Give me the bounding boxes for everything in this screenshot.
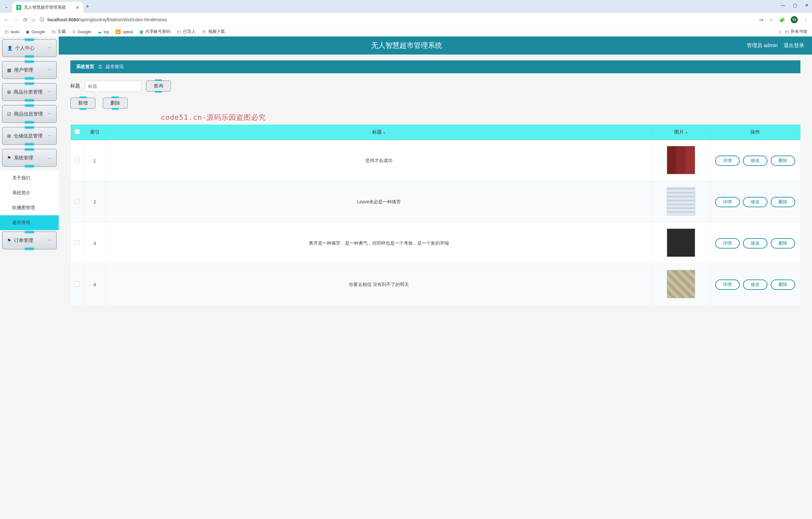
- edit-button[interactable]: 修改: [743, 197, 767, 207]
- flag-icon: ⚑: [7, 155, 11, 161]
- app-title: 无人智慧超市管理系统: [66, 41, 747, 50]
- bookmark-item[interactable]: ☁txy: [97, 29, 109, 34]
- close-icon[interactable]: ✕: [76, 5, 79, 10]
- bookmark-item[interactable]: 🗀宝藏: [51, 29, 66, 34]
- bookmark-item[interactable]: 🗀视频下载: [202, 29, 225, 34]
- folder-icon: 🗀: [785, 29, 789, 34]
- app-header: 无人智慧超市管理系统 管理员 admin 退出登录: [59, 36, 812, 55]
- back-icon[interactable]: ←: [4, 17, 9, 23]
- breadcrumb-sep-icon: ☰: [98, 64, 102, 69]
- row-delete-button[interactable]: 删除: [771, 155, 795, 166]
- col-image[interactable]: 图片◆: [652, 124, 710, 140]
- detail-button[interactable]: 详情: [715, 197, 740, 207]
- delete-button[interactable]: 删除: [103, 97, 128, 109]
- password-key-icon[interactable]: ⊶: [759, 17, 763, 22]
- cloud-icon: ☁: [97, 29, 102, 34]
- row-image: [667, 187, 695, 215]
- bookmark-bar: 🗀tools ◉Google 🗀宝藏 GGoogle ☁txy 🔼uplod ▦…: [0, 26, 812, 36]
- search-row: 标题 查询: [70, 80, 801, 92]
- menu-icon[interactable]: ⋮: [804, 17, 808, 22]
- sidebar-item-orders[interactable]: ⚑订单管理﹀: [2, 231, 57, 250]
- watermark: code51.cn-源码乐园盗图必究: [161, 113, 801, 122]
- row-checkbox[interactable]: [75, 240, 80, 245]
- sidebar-item-personal[interactable]: 👤个人中心﹀: [2, 39, 57, 57]
- all-bookmarks[interactable]: 🗀所有书签: [785, 29, 808, 34]
- bookmark-item[interactable]: 🗀tools: [4, 29, 19, 34]
- folder-icon: 🗀: [202, 29, 206, 34]
- new-tab-button[interactable]: +: [86, 3, 89, 10]
- bookmark-item[interactable]: 🔼uplod: [116, 29, 133, 34]
- star-icon[interactable]: ☆: [770, 17, 774, 22]
- address-bar: ← → ⟳ ⌂ ⓘ localhost:8080/springbootniyfl…: [0, 13, 812, 26]
- row-image: [667, 146, 695, 174]
- submenu-news[interactable]: 超市资讯: [0, 215, 59, 230]
- folder-icon: 🗀: [4, 29, 9, 34]
- maximize-icon[interactable]: ▢: [793, 3, 797, 8]
- close-window-icon[interactable]: ✕: [805, 3, 809, 8]
- row-checkbox[interactable]: [75, 157, 80, 163]
- sidebar-item-category[interactable]: ⊞商品分类管理﹀: [2, 83, 57, 101]
- edit-button[interactable]: 修改: [743, 238, 767, 249]
- info-icon[interactable]: ⓘ: [40, 17, 44, 23]
- google-icon: ◉: [26, 29, 29, 34]
- row-checkbox[interactable]: [75, 199, 80, 204]
- row-delete-button[interactable]: 删除: [771, 197, 795, 207]
- submenu-intro[interactable]: 系统简介: [0, 185, 59, 200]
- bookmark-item[interactable]: ◉Google: [26, 29, 45, 34]
- submenu-about[interactable]: 关于我们: [0, 171, 59, 185]
- bookmark-item[interactable]: ▦共享账号密码: [139, 29, 170, 34]
- bookmark-item[interactable]: 🗀已导入: [177, 29, 196, 34]
- row-index: 2: [84, 181, 106, 223]
- sidebar-item-system[interactable]: ⚑系统管理︿: [2, 149, 57, 167]
- col-title[interactable]: 标题◆: [106, 124, 652, 140]
- bookmark-item[interactable]: GGoogle: [72, 29, 91, 34]
- sidebar-item-product[interactable]: ☑商品信息管理﹀: [2, 105, 57, 123]
- profile-icon[interactable]: W: [791, 16, 798, 23]
- row-delete-button[interactable]: 删除: [771, 280, 795, 290]
- chevron-up-icon: ︿: [48, 155, 52, 161]
- flag-icon: ⚑: [7, 238, 11, 243]
- browser-tab[interactable]: V 无人智慧超市管理系统 ✕: [12, 2, 83, 13]
- url-box[interactable]: ⓘ localhost:8080/springbootniyfl/admin/d…: [40, 17, 755, 23]
- search-button[interactable]: 查询: [146, 80, 171, 92]
- logout-button[interactable]: 退出登录: [784, 42, 804, 49]
- edit-button[interactable]: 修改: [743, 280, 767, 290]
- edit-button[interactable]: 修改: [743, 155, 767, 166]
- sidebar: 👤个人中心﹀ ▦用户管理﹀ ⊞商品分类管理﹀ ☑商品信息管理﹀ ⊞仓储信息管理﹀…: [0, 36, 59, 519]
- reload-icon[interactable]: ⟳: [23, 17, 27, 23]
- breadcrumb-home[interactable]: 系统首页: [76, 64, 94, 70]
- sidebar-item-storage[interactable]: ⊞仓储信息管理﹀: [2, 127, 57, 145]
- tab-dropdown[interactable]: ⌄: [3, 3, 10, 10]
- folder-icon: 🗀: [51, 29, 56, 34]
- sidebar-item-users[interactable]: ▦用户管理﹀: [2, 61, 57, 79]
- breadcrumb: 系统首页 ☰ 超市资讯: [70, 60, 801, 73]
- grid4-icon: ⊞: [7, 89, 11, 94]
- submenu-carousel[interactable]: 轮播图管理: [0, 200, 59, 215]
- folder-icon: 🗀: [177, 29, 181, 34]
- chevron-down-icon: ﹀: [48, 238, 52, 243]
- add-button[interactable]: 新增: [70, 97, 95, 109]
- main: 无人智慧超市管理系统 管理员 admin 退出登录 系统首页 ☰ 超市资讯 标题…: [59, 36, 812, 519]
- sort-icon: ◆: [383, 131, 386, 134]
- sort-icon: ◆: [685, 131, 688, 134]
- row-checkbox[interactable]: [75, 282, 80, 287]
- forward-icon[interactable]: →: [13, 17, 19, 23]
- select-all-checkbox[interactable]: [75, 129, 80, 134]
- app: 👤个人中心﹀ ▦用户管理﹀ ⊞商品分类管理﹀ ☑商品信息管理﹀ ⊞仓储信息管理﹀…: [0, 36, 812, 519]
- vue-favicon: V: [16, 5, 21, 10]
- detail-button[interactable]: 详情: [715, 238, 740, 249]
- extensions-icon[interactable]: 🧩: [779, 17, 785, 22]
- search-input[interactable]: [85, 81, 141, 92]
- action-row: 新增 删除: [70, 97, 801, 109]
- minimize-icon[interactable]: —: [781, 3, 785, 8]
- col-index[interactable]: 索引: [84, 124, 106, 140]
- detail-button[interactable]: 详情: [715, 155, 740, 166]
- data-table: 索引 标题◆ 图片◆ 操作 1坚持才会成功详情修改删除2Leave未必是一种痛苦…: [70, 124, 801, 305]
- google-icon: G: [72, 29, 76, 34]
- row-delete-button[interactable]: 删除: [771, 238, 795, 249]
- detail-button[interactable]: 详情: [715, 280, 740, 290]
- chevron-down-icon: ﹀: [48, 67, 52, 73]
- row-index: 4: [84, 264, 106, 305]
- home-icon[interactable]: ⌂: [32, 17, 35, 23]
- chevron-down-icon: ﹀: [48, 133, 52, 139]
